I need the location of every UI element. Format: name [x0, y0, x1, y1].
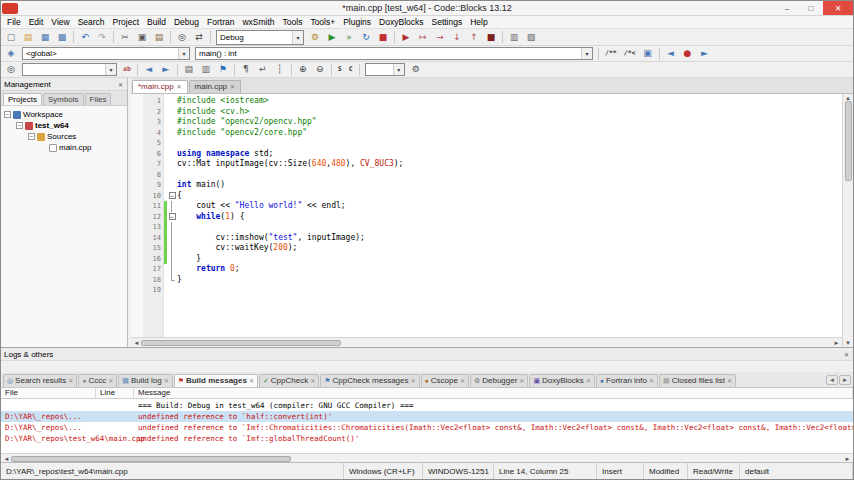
- menu-wxsmith[interactable]: wxSmith: [238, 16, 278, 28]
- tree-expander-icon[interactable]: −: [16, 122, 23, 129]
- bookmark-button[interactable]: ⚑: [215, 63, 231, 77]
- combo-arrow-icon[interactable]: ▾: [105, 64, 116, 75]
- close-logs-icon[interactable]: ✕: [843, 351, 850, 358]
- menu-debug[interactable]: Debug: [170, 16, 203, 28]
- scroll-down-icon[interactable]: ▼: [844, 340, 853, 346]
- show-eol-button[interactable]: ↵: [255, 63, 271, 77]
- fold-collapse-icon[interactable]: −: [169, 213, 176, 220]
- combo-arrow-icon[interactable]: ▾: [581, 48, 592, 59]
- breakpoint-margin[interactable]: [131, 233, 144, 244]
- tree-item-main-cpp[interactable]: main.cpp: [1, 142, 127, 153]
- doxy-block-comment-button[interactable]: /**: [602, 47, 620, 61]
- breakpoint-margin[interactable]: [131, 254, 144, 265]
- menu-tools[interactable]: Tools+: [306, 16, 339, 28]
- close-tab-icon[interactable]: ✕: [177, 83, 182, 90]
- close-log-icon[interactable]: ✕: [649, 377, 654, 384]
- close-log-icon[interactable]: ✕: [249, 377, 254, 384]
- close-log-icon[interactable]: ✕: [164, 377, 169, 384]
- breakpoint-margin[interactable]: [131, 264, 144, 275]
- highlight-all-button[interactable]: ab: [120, 63, 134, 77]
- build-target-combo[interactable]: Debug▾: [216, 30, 304, 45]
- editor-tab-main-cpp[interactable]: main.cpp✕: [189, 80, 242, 93]
- open-files-list-button[interactable]: ▤: [181, 63, 197, 77]
- breakpoint-margin[interactable]: [131, 170, 144, 181]
- scroll-left-icon[interactable]: ◄: [132, 340, 141, 346]
- close-log-icon[interactable]: ✕: [460, 377, 465, 384]
- breakpoint-margin[interactable]: [131, 117, 144, 128]
- swap-header-source-button[interactable]: ▥: [198, 63, 214, 77]
- combo-arrow-icon[interactable]: ▾: [178, 48, 189, 59]
- spell-language-combo[interactable]: ▾: [365, 63, 405, 76]
- save-all-button[interactable]: ▩: [54, 30, 70, 44]
- goto-symbol-button[interactable]: ◈: [3, 47, 19, 61]
- run-to-cursor-button[interactable]: ↦: [415, 30, 431, 44]
- jump-marker-button[interactable]: ●: [680, 47, 696, 61]
- logs-tab-cppcheck[interactable]: ✓CppCheck✕: [259, 374, 319, 387]
- nav-back-button[interactable]: ◄: [141, 63, 157, 77]
- breakpoint-margin[interactable]: [131, 149, 144, 160]
- menu-plugins[interactable]: Plugins: [339, 16, 375, 28]
- tree-item-sources[interactable]: −Sources: [1, 131, 127, 142]
- menu-build[interactable]: Build: [143, 16, 170, 28]
- tree-expander-icon[interactable]: −: [4, 111, 11, 118]
- logs-tab-doxyblocks[interactable]: ▣DoxyBlocks✕: [529, 374, 594, 387]
- logs-tab-cccc[interactable]: ●Cccc✕: [78, 374, 117, 387]
- build-message-row[interactable]: === Build: Debug in test_w64 (compiler: …: [1, 400, 853, 411]
- scroll-tabs-right-icon[interactable]: ►: [839, 375, 851, 385]
- copy-button[interactable]: ▣: [134, 30, 150, 44]
- zoom-in-button[interactable]: ⊕: [295, 63, 311, 77]
- breakpoint-margin[interactable]: [131, 96, 144, 107]
- tree-item-test-w64[interactable]: −test_w64: [1, 120, 127, 131]
- step-out-button[interactable]: ↑: [466, 30, 482, 44]
- paste-button[interactable]: ▤: [151, 30, 167, 44]
- close-log-icon[interactable]: ✕: [519, 377, 524, 384]
- spell-settings-button[interactable]: ⚙: [408, 63, 424, 77]
- breakpoint-margin[interactable]: [131, 191, 144, 202]
- editor-hscrollbar[interactable]: ◄ ►: [131, 337, 842, 347]
- close-log-icon[interactable]: ✕: [68, 377, 73, 384]
- replace-button[interactable]: ⇄: [191, 30, 207, 44]
- menu-tools[interactable]: Tools: [279, 16, 307, 28]
- breakpoint-margin[interactable]: [131, 212, 144, 223]
- incsearch-button[interactable]: ◎: [3, 63, 19, 77]
- menu-fortran[interactable]: Fortran: [203, 16, 238, 28]
- new-file-button[interactable]: ▢: [3, 30, 19, 44]
- close-log-icon[interactable]: ✕: [586, 377, 591, 384]
- breakpoint-margin[interactable]: [131, 222, 144, 233]
- logs-tab-build-log[interactable]: ▤Build log✕: [118, 374, 172, 387]
- logs-tab-search-results[interactable]: ◎Search results✕: [3, 374, 77, 387]
- logs-tab-closed-files-list[interactable]: ▤Closed files list✕: [659, 374, 736, 387]
- breakpoint-margin[interactable]: [131, 285, 144, 296]
- maximize-button[interactable]: □: [799, 1, 823, 15]
- doxy-line-comment-button[interactable]: /*<: [621, 47, 639, 61]
- undo-button[interactable]: ↶: [77, 30, 93, 44]
- doxy-extract-button[interactable]: ▣: [640, 47, 656, 61]
- zoom-out-button[interactable]: ⊖: [312, 63, 328, 77]
- menu-settings[interactable]: Settings: [428, 16, 467, 28]
- scroll-right-icon[interactable]: ►: [832, 340, 841, 346]
- build-message-row[interactable]: D:\YAR\_repos\...undefined reference to …: [1, 411, 853, 422]
- logs-tab-debugger[interactable]: ⚙Debugger✕: [470, 374, 528, 387]
- combo-arrow-icon[interactable]: ▾: [292, 31, 303, 44]
- build-and-run-button[interactable]: »: [341, 30, 357, 44]
- logs-tab-cscope[interactable]: ●Cscope✕: [421, 374, 469, 387]
- code-snippets-button[interactable]: C: [346, 63, 356, 77]
- next-line-button[interactable]: →: [432, 30, 448, 44]
- tree-item-workspace[interactable]: −Workspace: [1, 109, 127, 120]
- menu-view[interactable]: View: [47, 16, 73, 28]
- abort-build-button[interactable]: ■: [375, 30, 391, 44]
- close-management-icon[interactable]: ✕: [117, 81, 124, 88]
- rebuild-button[interactable]: ↻: [358, 30, 374, 44]
- cut-button[interactable]: ✂: [117, 30, 133, 44]
- open-file-button[interactable]: ▤: [20, 30, 36, 44]
- debug-info-button[interactable]: ▧: [523, 30, 539, 44]
- breakpoint-margin[interactable]: [131, 138, 144, 149]
- minimize-button[interactable]: –: [775, 1, 799, 15]
- logs-tab-build-messages[interactable]: ⚑Build messages✕: [174, 374, 258, 387]
- close-button[interactable]: ✕: [823, 1, 853, 15]
- nav-forward-button[interactable]: ►: [158, 63, 174, 77]
- editor-tab-main-cpp[interactable]: *main.cpp✕: [132, 80, 188, 93]
- tree-expander-icon[interactable]: −: [28, 133, 35, 140]
- breakpoint-margin[interactable]: [131, 107, 144, 118]
- close-log-icon[interactable]: ✕: [411, 377, 416, 384]
